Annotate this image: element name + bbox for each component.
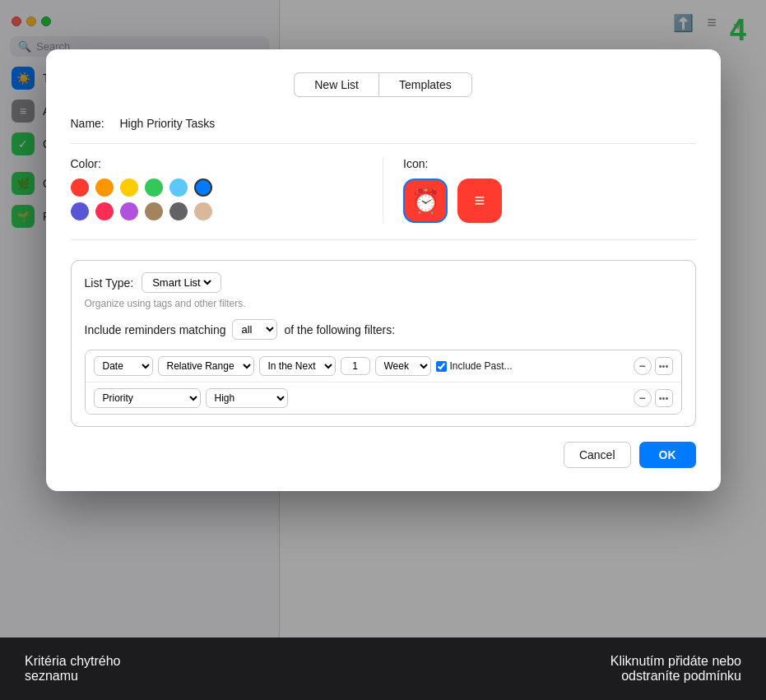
more-priority-filter-button[interactable]: ••• <box>655 389 673 407</box>
include-row: Include reminders matching all any of th… <box>85 319 682 340</box>
filter-date-unit[interactable]: Week Day Month <box>375 356 431 376</box>
color-row-2 <box>71 202 364 220</box>
include-past-checkbox-row[interactable]: Include Past... <box>436 360 513 372</box>
new-list-dialog: New List Templates Name: High Priority T… <box>46 49 721 491</box>
color-label: Color: <box>71 157 120 170</box>
color-indigo[interactable] <box>71 202 89 220</box>
list-type-row: List Type: Smart List Standard <box>85 272 682 293</box>
filter-date-number[interactable] <box>341 357 370 375</box>
organize-hint: Organize using tags and other filters. <box>85 298 682 309</box>
more-filter-button[interactable]: ••• <box>655 357 673 375</box>
filter-date-field[interactable]: Date Priority Tag <box>94 356 153 376</box>
modal-overlay: New List Templates Name: High Priority T… <box>0 0 766 700</box>
vertical-divider <box>383 157 383 223</box>
filter-rows-container: Date Priority Tag Relative Range Is Is B… <box>85 350 682 415</box>
include-past-checkbox[interactable] <box>436 361 447 372</box>
ok-button[interactable]: OK <box>639 442 696 468</box>
color-grid <box>71 178 364 220</box>
name-row: Name: High Priority Tasks <box>71 117 696 144</box>
remove-priority-filter-button[interactable]: − <box>634 389 652 407</box>
filter-date-type[interactable]: Relative Range Is Is Before <box>158 356 254 376</box>
filter-row-actions: − ••• <box>634 357 673 375</box>
alarm-clock-icon: ⏰ <box>411 188 440 215</box>
include-match-select[interactable]: all any <box>232 319 277 340</box>
cancel-button[interactable]: Cancel <box>564 442 631 468</box>
tab-templates[interactable]: Templates <box>378 72 472 97</box>
icon-alarm[interactable]: ⏰ <box>403 178 448 223</box>
annotation-right-line2: odstraníte podmínku <box>383 669 742 684</box>
dialog-footer: Cancel OK <box>71 442 696 468</box>
color-yellow[interactable] <box>120 178 138 197</box>
icon-list[interactable]: ≡ <box>457 178 502 223</box>
color-blue[interactable] <box>194 178 212 197</box>
color-icon-row: Color: <box>71 157 696 240</box>
filter-row-priority: Priority Date High Medium Low − ••• <box>86 382 681 414</box>
color-tan[interactable] <box>194 202 212 220</box>
color-row-1 <box>71 178 364 197</box>
name-value[interactable]: High Priority Tasks <box>120 117 696 130</box>
icon-section: Icon: ⏰ ≡ <box>403 157 696 223</box>
tab-new-list[interactable]: New List <box>294 72 378 97</box>
color-red[interactable] <box>71 178 89 197</box>
list-type-select[interactable]: Smart List Standard <box>142 272 221 293</box>
filter-date-when[interactable]: In the Next In the Last <box>259 356 336 376</box>
annotation-left: Kritéria chytrého seznamu <box>25 654 383 684</box>
dialog-tabs: New List Templates <box>71 72 696 97</box>
annotation-left-line2: seznamu <box>25 669 383 684</box>
annotation-right: Kliknutím přidáte nebo odstraníte podmín… <box>383 654 742 684</box>
list-type-dropdown[interactable]: Smart List Standard <box>149 276 214 290</box>
color-brown[interactable] <box>145 202 163 220</box>
filter-priority-value[interactable]: High Medium Low <box>206 388 288 408</box>
name-label: Name: <box>71 117 120 130</box>
color-gray[interactable] <box>169 202 188 220</box>
icon-label: Icon: <box>403 157 453 170</box>
icon-grid: ⏰ ≡ <box>403 178 696 223</box>
filter-priority-actions: − ••• <box>634 389 673 407</box>
color-orange[interactable] <box>95 178 114 197</box>
color-lightblue[interactable] <box>169 178 188 197</box>
include-suffix: of the following filters: <box>284 323 395 336</box>
color-pink[interactable] <box>95 202 114 220</box>
include-label: Include reminders matching <box>85 323 226 336</box>
annotation-left-line1: Kritéria chytrého <box>25 654 383 669</box>
color-purple[interactable] <box>120 202 138 220</box>
color-section: Color: <box>71 157 364 223</box>
color-green[interactable] <box>145 178 163 197</box>
annotation-bar: Kritéria chytrého seznamu Kliknutím přid… <box>0 637 766 700</box>
filter-row-date: Date Priority Tag Relative Range Is Is B… <box>86 350 681 382</box>
smart-list-section: List Type: Smart List Standard Organize … <box>71 260 696 427</box>
list-icon: ≡ <box>475 190 485 211</box>
list-type-label: List Type: <box>85 276 134 290</box>
filter-priority-field[interactable]: Priority Date <box>94 388 201 408</box>
include-past-label: Include Past... <box>450 360 513 372</box>
remove-filter-button[interactable]: − <box>634 357 652 375</box>
annotation-right-line1: Kliknutím přidáte nebo <box>383 654 742 669</box>
